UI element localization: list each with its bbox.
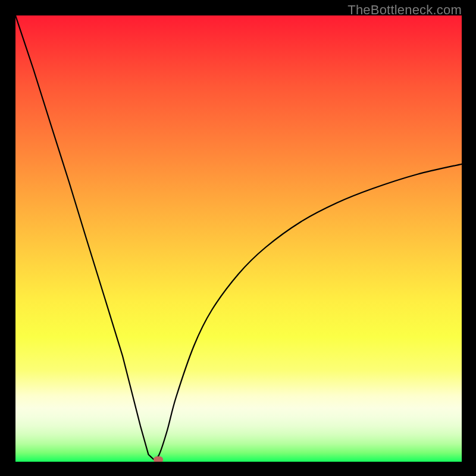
chart-frame: TheBottleneck.com [0, 0, 476, 476]
plot-area [15, 15, 462, 462]
optimal-point-marker [154, 456, 163, 462]
bottleneck-curve [15, 15, 462, 462]
watermark-text: TheBottleneck.com [347, 2, 462, 18]
